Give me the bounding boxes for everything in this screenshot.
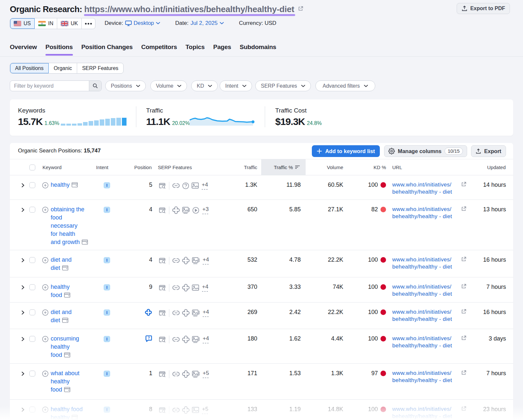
svg-text:?: ? [148,336,150,340]
